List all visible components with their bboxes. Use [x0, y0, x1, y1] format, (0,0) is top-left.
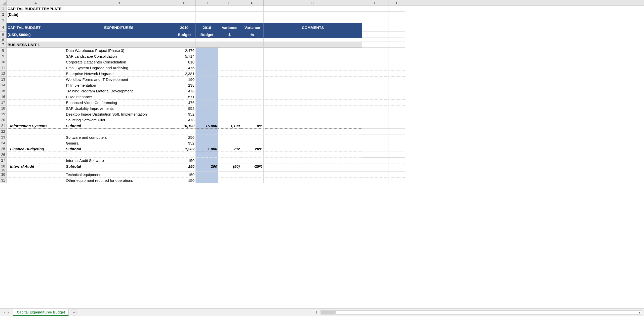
comments-30[interactable] — [264, 172, 362, 178]
expenditure-name-24[interactable]: General — [65, 140, 173, 146]
cell-B[interactable] — [65, 6, 173, 12]
expenditure-name-11[interactable]: Email System Upgrade and Archiving — [65, 65, 173, 71]
band-budget-2019[interactable]: Budget — [173, 32, 196, 38]
row-header-20[interactable]: 20 — [0, 117, 6, 123]
row-header-7[interactable]: 7 — [0, 42, 6, 48]
cell-E[interactable] — [218, 12, 241, 17]
subtotal-vard-21[interactable]: 1,190 — [218, 123, 241, 129]
cell-D[interactable] — [196, 17, 218, 23]
budget-2018-8[interactable] — [196, 48, 218, 53]
cell-I9[interactable] — [388, 53, 405, 59]
subtotal-prior-28[interactable]: 200 — [196, 163, 218, 169]
var-d-8[interactable] — [218, 48, 241, 53]
section-bu1-col2[interactable] — [173, 42, 196, 48]
var-p-9[interactable] — [241, 53, 264, 59]
band-year-2019[interactable]: 2019 — [173, 23, 196, 32]
cell-H4[interactable] — [362, 23, 388, 32]
cell-A26[interactable] — [7, 152, 65, 158]
hscroll-thumb[interactable] — [320, 311, 336, 314]
subtotal-varp-28[interactable]: -25% — [241, 163, 264, 169]
band-comments-sub[interactable] — [264, 32, 362, 38]
comments-9[interactable] — [264, 53, 362, 59]
cell-I31[interactable] — [388, 178, 405, 183]
section-bu1-col6[interactable] — [264, 42, 362, 48]
row-header-5[interactable]: 5 — [0, 32, 6, 38]
comments-11[interactable] — [264, 65, 362, 71]
subtotal-comments-28[interactable] — [264, 163, 362, 169]
cell-E[interactable] — [218, 17, 241, 23]
band-variance-p[interactable]: Variance — [241, 23, 264, 32]
var-d-11[interactable] — [218, 65, 241, 71]
expenditure-name-20[interactable]: Sourcing Software Pilot — [65, 117, 173, 123]
cell-H17[interactable] — [362, 100, 388, 106]
subtotal-vard-25[interactable]: 202 — [218, 146, 241, 152]
row-header-6[interactable]: 6 — [0, 38, 6, 42]
comments-17[interactable] — [264, 100, 362, 106]
subtotal-cur-28[interactable]: 150 — [173, 163, 196, 169]
budget-2018-27[interactable] — [196, 158, 218, 163]
budget-2019-13[interactable]: 190 — [173, 77, 196, 82]
expenditure-name-27[interactable]: Internal Audit Software — [65, 158, 173, 163]
column-header-B[interactable]: B — [65, 0, 173, 6]
budget-2019-12[interactable]: 2,381 — [173, 71, 196, 77]
subtotal-word-28[interactable]: Subtotal — [65, 163, 173, 169]
budget-2018-20[interactable] — [196, 117, 218, 123]
var-p-20[interactable] — [241, 117, 264, 123]
row-header-9[interactable]: 9 — [0, 53, 6, 59]
cell-E[interactable] — [218, 6, 241, 12]
cell-I[interactable] — [388, 17, 405, 23]
cell-I19[interactable] — [388, 111, 405, 117]
cell-H8[interactable] — [362, 48, 388, 53]
cell-I13[interactable] — [388, 77, 405, 82]
subtotal-varp-25[interactable]: 20% — [241, 146, 264, 152]
sheet-nav-prev[interactable]: ◂ — [3, 310, 6, 315]
row-header-16[interactable]: 16 — [0, 94, 6, 100]
section-bu1-col3[interactable] — [196, 42, 218, 48]
section-bu1-col5[interactable] — [241, 42, 264, 48]
cell-E26[interactable] — [218, 152, 241, 158]
budget-2018-19[interactable] — [196, 111, 218, 117]
cell-H10[interactable] — [362, 59, 388, 65]
expenditure-name-23[interactable]: Software and computers — [65, 134, 173, 140]
var-d-14[interactable] — [218, 82, 241, 88]
cell-I14[interactable] — [388, 82, 405, 88]
budget-2019-11[interactable]: 476 — [173, 65, 196, 71]
cell-A9[interactable] — [7, 53, 65, 59]
var-d-19[interactable] — [218, 111, 241, 117]
budget-2019-30[interactable]: 150 — [173, 172, 196, 178]
expenditure-name-16[interactable]: IT Maintenance — [65, 94, 173, 100]
var-p-18[interactable] — [241, 106, 264, 111]
var-d-24[interactable] — [218, 140, 241, 146]
select-all-corner[interactable] — [0, 0, 7, 6]
comments-16[interactable] — [264, 94, 362, 100]
cell-I20[interactable] — [388, 117, 405, 123]
budget-2019-19[interactable]: 952 — [173, 111, 196, 117]
row-header-13[interactable]: 13 — [0, 77, 6, 82]
budget-2019-17[interactable]: 476 — [173, 100, 196, 106]
cell-H24[interactable] — [362, 140, 388, 146]
var-p-17[interactable] — [241, 100, 264, 106]
budget-2019-8[interactable]: 2,476 — [173, 48, 196, 53]
cell-E[interactable] — [218, 38, 241, 42]
cell-I24[interactable] — [388, 140, 405, 146]
row-header-29[interactable]: 29 — [0, 169, 6, 172]
cell-G[interactable] — [264, 17, 362, 23]
expenditure-name-30[interactable]: Technical equipment — [65, 172, 173, 178]
band-units[interactable]: (USD, $000s) — [7, 32, 65, 38]
band-budget-2018[interactable]: Budget — [196, 32, 218, 38]
expenditure-name-15[interactable]: Training Program Material Development — [65, 88, 173, 94]
cell-B26[interactable] — [65, 152, 173, 158]
var-p-23[interactable] — [241, 134, 264, 140]
budget-2018-30[interactable] — [196, 172, 218, 178]
comments-15[interactable] — [264, 88, 362, 94]
cell-I30[interactable] — [388, 172, 405, 178]
row-header-31[interactable]: 31 — [0, 178, 6, 183]
cell-F[interactable] — [241, 17, 264, 23]
cell-I16[interactable] — [388, 94, 405, 100]
row-header-23[interactable]: 23 — [0, 134, 6, 140]
comments-14[interactable] — [264, 82, 362, 88]
cell-H27[interactable] — [362, 158, 388, 163]
cell-A17[interactable] — [7, 100, 65, 106]
row-header-30[interactable]: 30 — [0, 172, 6, 178]
cell-C[interactable] — [173, 12, 196, 17]
